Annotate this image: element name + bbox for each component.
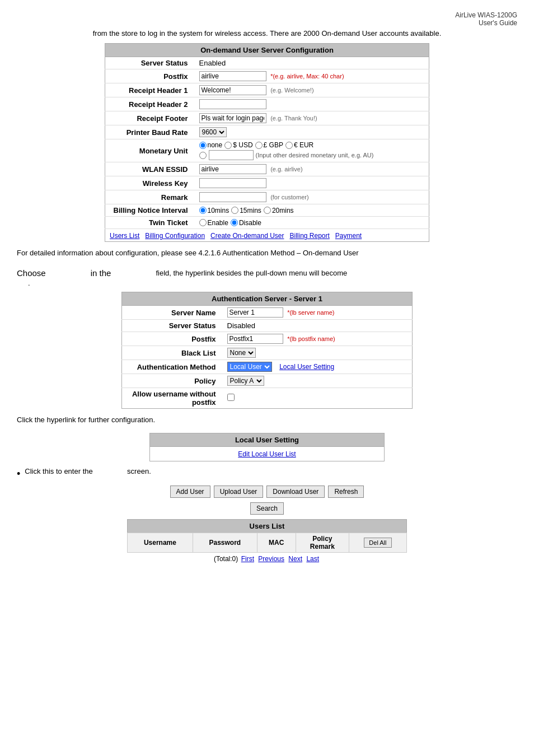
wireless-key-input[interactable] [199, 178, 266, 188]
payment-link[interactable]: Payment [335, 232, 362, 240]
del-all-button[interactable]: Del All [364, 538, 391, 548]
local-user-setting-link[interactable]: Local User Setting [279, 363, 334, 371]
dot-separator: . [28, 279, 517, 287]
table-row: Authentication Method Local User Local U… [122, 360, 413, 374]
remark-input[interactable] [199, 192, 266, 202]
table-row: Server Status Disabled [122, 320, 413, 332]
monetary-other-radio[interactable] [199, 152, 207, 159]
table-row: Black List None [122, 346, 413, 360]
table-row: Receipt Footer (e.g. Thank You!) [105, 111, 429, 125]
pagination: (Total:0) First Previous Next Last [127, 555, 407, 563]
receipt-header1-hint: (e.g. Welcome!) [270, 87, 313, 94]
last-page-link[interactable]: Last [306, 555, 319, 563]
receipt-footer-input[interactable] [199, 113, 266, 123]
twin-enable-label: Enable [199, 219, 228, 227]
allow-username-cell [223, 388, 413, 409]
next-page-link[interactable]: Next [288, 555, 302, 563]
table-row: Postfix *(e.g. airlive, Max: 40 char) [105, 69, 429, 83]
local-user-table: Local User Setting Edit Local User List [149, 433, 385, 461]
auth-postfix-input[interactable] [227, 334, 283, 344]
upload-user-button[interactable]: Upload User [214, 486, 264, 498]
wireless-key-label: Wireless Key [105, 176, 195, 190]
black-list-cell: None [223, 346, 413, 360]
monetary-other-input[interactable] [209, 150, 254, 160]
auth-server-name-input[interactable] [227, 307, 283, 318]
search-button[interactable]: Search [250, 502, 284, 515]
password-header: Password [193, 533, 257, 553]
auth-server-name-label: Server Name [122, 306, 223, 320]
remark-cell: (for customer) [195, 190, 429, 204]
receipt-header1-label: Receipt Header 1 [105, 83, 195, 97]
monetary-gbp-radio[interactable] [255, 142, 263, 149]
baud-rate-select[interactable]: 9600 [199, 127, 227, 137]
billing-20min-radio[interactable] [264, 207, 271, 214]
in-the-label: in the [91, 268, 111, 278]
download-user-button[interactable]: Download User [266, 486, 325, 498]
users-list-caption: Users List [127, 519, 407, 533]
auth-server-caption: Authentication Server - Server 1 [121, 292, 413, 305]
username-header: Username [128, 533, 193, 553]
monetary-gbp-label: £ GBP [255, 141, 283, 149]
receipt-header1-input[interactable] [199, 85, 266, 95]
postfix-input[interactable] [199, 71, 266, 81]
postfix-cell: *(e.g. airlive, Max: 40 char) [195, 69, 429, 83]
billing-config-link[interactable]: Billing Configuration [145, 232, 205, 240]
server-status-value: Enabled [195, 57, 429, 69]
create-ondemand-link[interactable]: Create On-demand User [210, 232, 284, 240]
allow-username-label: Allow username without postfix [122, 388, 223, 409]
policy-remark-header: Policy Remark [296, 533, 349, 553]
local-user-section: Local User Setting Edit Local User List [149, 433, 385, 461]
users-list-link[interactable]: Users List [110, 232, 139, 240]
auth-server-status-value: Disabled [223, 320, 413, 332]
wlan-essid-input[interactable] [199, 164, 266, 174]
table-row: Monetary Unit none $ USD £ GBP € EUR (In… [105, 139, 429, 162]
monetary-eur-label: € EUR [285, 141, 313, 149]
receipt-header2-label: Receipt Header 2 [105, 97, 195, 111]
local-user-caption: Local User Setting [149, 433, 385, 446]
postfix-label: Postfix [105, 69, 195, 83]
policy-cell: Policy A [223, 374, 413, 388]
table-row: Remark (for customer) [105, 190, 429, 204]
bullet-content: Click this to enter the screen. [25, 467, 517, 475]
billing-10min-radio[interactable] [199, 207, 207, 214]
auth-method-label: Authentication Method [122, 360, 223, 374]
first-page-link[interactable]: First [241, 555, 254, 563]
refresh-button[interactable]: Refresh [328, 486, 364, 498]
previous-page-link[interactable]: Previous [258, 555, 284, 563]
intro-text: from the store to log in the system for … [17, 29, 517, 38]
table-row: Policy Policy A [122, 374, 413, 388]
choose-label: Choose [17, 268, 46, 278]
footer-links-cell: Users List Billing Configuration Create … [105, 229, 429, 242]
receipt-header2-input[interactable] [199, 99, 266, 109]
allow-username-checkbox[interactable] [227, 394, 235, 401]
twin-enable-radio[interactable] [199, 219, 207, 226]
monetary-other-hint: (Input other desired monetary unit, e.g.… [256, 152, 374, 158]
twin-disable-radio[interactable] [231, 219, 238, 226]
table-row: Wireless Key [105, 176, 429, 190]
table-row: Twin Ticket Enable Disable [105, 217, 429, 229]
ondemand-config-section: On-demand User Server Configuration Serv… [105, 43, 429, 242]
table-row: Server Status Enabled [105, 57, 429, 69]
twin-ticket-label: Twin Ticket [105, 217, 195, 229]
receipt-header1-cell: (e.g. Welcome!) [195, 83, 429, 97]
black-list-select[interactable]: None [227, 348, 256, 358]
twin-ticket-cell: Enable Disable [195, 217, 429, 229]
auth-server-name-cell: *(lb server name) [223, 306, 413, 320]
auth-method-select[interactable]: Local User [227, 362, 272, 372]
del-all-header: Del All [349, 533, 406, 553]
monetary-usd-radio[interactable] [224, 142, 232, 149]
monetary-none-radio[interactable] [199, 142, 207, 149]
monetary-usd-label: $ USD [224, 141, 252, 149]
table-row: Users List Billing Configuration Create … [105, 229, 429, 242]
policy-select[interactable]: Policy A [227, 376, 264, 386]
policy-label: Policy [122, 374, 223, 388]
receipt-footer-cell: (e.g. Thank You!) [195, 111, 429, 125]
add-user-button[interactable]: Add User [170, 486, 210, 498]
remark-label: Remark [105, 190, 195, 204]
billing-15min-radio[interactable] [231, 207, 238, 214]
bullet-point: • [17, 467, 20, 481]
edit-local-user-link[interactable]: Edit Local User List [238, 450, 296, 458]
billing-report-link[interactable]: Billing Report [289, 232, 329, 240]
search-row: Search [17, 502, 517, 515]
monetary-eur-radio[interactable] [285, 142, 293, 149]
